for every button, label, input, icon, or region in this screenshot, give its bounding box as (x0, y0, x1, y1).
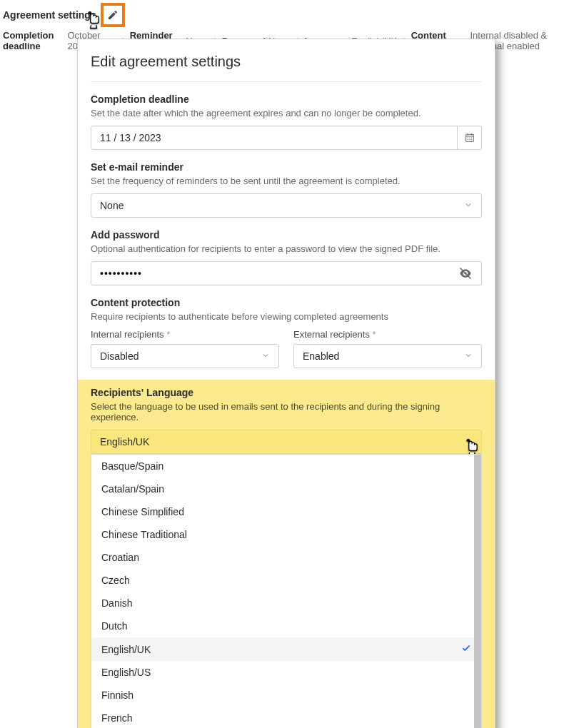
language-option[interactable]: Chinese Simplified (91, 500, 481, 523)
reminder-header: Set e-mail reminder (91, 161, 482, 173)
summary-title: Agreement settings (3, 9, 96, 21)
language-header: Recipients' Language (91, 387, 482, 398)
reminder-desc: Set the frequency of reminders to be sen… (91, 176, 482, 186)
language-option[interactable]: Chinese Traditional (91, 523, 481, 546)
password-desc: Optional authentication for recipients t… (91, 243, 482, 254)
language-option[interactable]: Finnish (91, 684, 481, 707)
protection-header: Content protection (91, 297, 482, 308)
content-protection-section: Content protection Require recipients to… (91, 297, 482, 368)
password-input[interactable] (100, 268, 458, 279)
password-header: Add password (91, 229, 482, 241)
calendar-icon (464, 132, 475, 143)
email-reminder-section: Set e-mail reminder Set the frequency of… (91, 161, 482, 218)
summary-deadline-label: Completion deadline (3, 30, 64, 51)
language-option[interactable]: Czech (91, 569, 481, 592)
chevron-down-icon (464, 350, 473, 362)
language-desc: Select the language to be used in emails… (91, 401, 482, 423)
language-option[interactable]: Croatian (91, 546, 481, 569)
toggle-password-visibility[interactable] (458, 266, 473, 280)
recipients-language-section: Recipients' Language Select the language… (78, 380, 495, 728)
deadline-value: 11 / 13 / 2023 (100, 132, 161, 143)
completion-deadline-section: Completion deadline Set the date after w… (91, 93, 482, 150)
protection-desc: Require recipients to authenticate befor… (91, 311, 482, 322)
eye-off-icon (458, 266, 473, 280)
language-options-list[interactable]: Basque/SpainCatalan/SpainChinese Simplif… (91, 454, 482, 728)
language-option[interactable]: Dutch (91, 615, 481, 637)
language-option[interactable]: French (91, 707, 481, 728)
language-select[interactable]: English/UK (91, 430, 482, 454)
language-option[interactable]: Catalan/Spain (91, 477, 481, 500)
external-recipients-label: External recipients * (293, 329, 482, 340)
check-icon (461, 643, 471, 655)
internal-recipients-value: Disabled (100, 350, 139, 362)
language-option[interactable]: Basque/Spain (91, 455, 481, 477)
language-option[interactable]: English/UK (91, 637, 481, 661)
chevron-down-icon (464, 200, 473, 211)
deadline-input[interactable]: 11 / 13 / 2023 (91, 126, 482, 150)
deadline-header: Completion deadline (91, 93, 482, 105)
chevron-down-icon (464, 436, 473, 448)
external-recipients-select[interactable]: Enabled (293, 344, 482, 368)
language-value: English/UK (100, 436, 149, 448)
reminder-value: None (100, 200, 124, 211)
deadline-desc: Set the date after which the agreement e… (91, 108, 482, 118)
calendar-button[interactable] (457, 126, 481, 150)
internal-recipients-select[interactable]: Disabled (91, 344, 279, 368)
password-input-wrapper (91, 261, 482, 285)
pencil-icon (107, 9, 119, 21)
language-dropdown: Basque/SpainCatalan/SpainChinese Simplif… (78, 454, 495, 728)
language-option[interactable]: Danish (91, 592, 481, 615)
edit-settings-button[interactable] (101, 3, 125, 27)
internal-recipients-label: Internal recipients * (91, 329, 279, 340)
chevron-down-icon (261, 350, 270, 362)
language-option[interactable]: English/US (91, 661, 481, 684)
scrollbar[interactable] (474, 455, 481, 728)
external-recipients-value: Enabled (303, 350, 339, 362)
reminder-select[interactable]: None (91, 193, 482, 218)
modal-title: Edit agreement settings (91, 54, 482, 82)
edit-agreement-settings-modal: Edit agreement settings Completion deadl… (77, 39, 495, 728)
add-password-section: Add password Optional authentication for… (91, 229, 482, 285)
